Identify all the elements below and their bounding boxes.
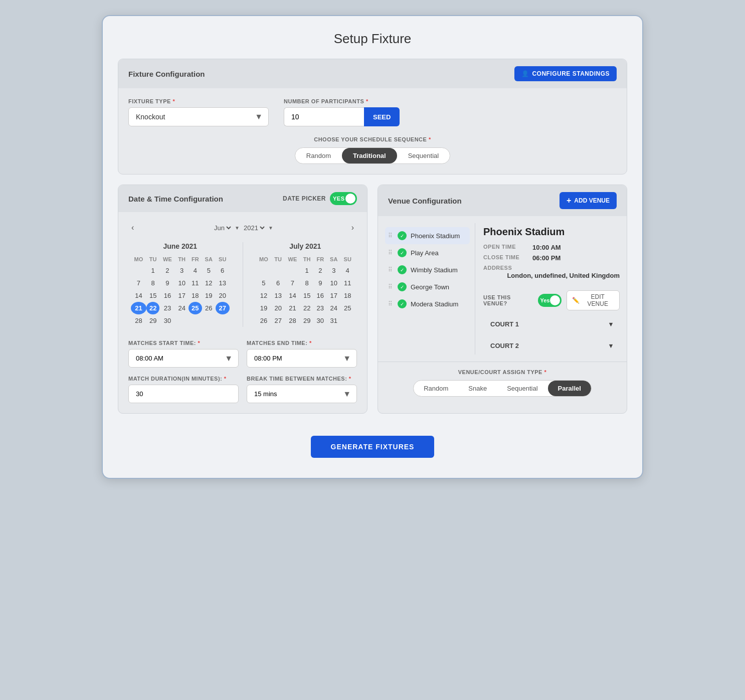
june-day-cell[interactable]: 26 <box>202 302 216 314</box>
july-day-cell[interactable]: 13 <box>271 289 285 302</box>
venue-item-phoenix[interactable]: ⠿ ✓ Phoenix Stadium <box>385 227 470 244</box>
cal-prev-button[interactable]: ‹ <box>128 222 137 233</box>
july-day-cell[interactable]: 8 <box>300 277 314 289</box>
july-day-cell[interactable] <box>271 264 285 277</box>
assign-snake-option[interactable]: Snake <box>458 381 497 396</box>
seed-button[interactable]: SEED <box>364 107 400 126</box>
duration-input[interactable] <box>128 385 239 403</box>
june-day-cell[interactable]: 10 <box>175 277 189 289</box>
july-day-cell[interactable]: 11 <box>340 277 354 289</box>
venue-item-modera[interactable]: ⠿ ✓ Modera Stadium <box>385 295 470 312</box>
july-day-cell[interactable]: 30 <box>313 314 327 327</box>
cal-year-select[interactable]: 2021 <box>242 224 266 232</box>
assign-random-option[interactable]: Random <box>414 381 458 396</box>
add-venue-button[interactable]: + ADD VENUE <box>560 192 617 209</box>
schedule-random-option[interactable]: Random <box>295 148 342 163</box>
june-day-cell[interactable]: 7 <box>131 277 146 289</box>
june-day-cell[interactable]: 2 <box>159 264 175 277</box>
june-day-cell[interactable]: 15 <box>146 289 160 302</box>
july-day-cell[interactable]: 7 <box>285 277 300 289</box>
july-day-cell[interactable]: 14 <box>285 289 300 302</box>
june-day-cell[interactable]: 23 <box>159 302 175 314</box>
end-time-select[interactable]: 08:00 PM <box>247 349 357 368</box>
june-day-cell[interactable]: 20 <box>216 289 230 302</box>
july-day-cell[interactable] <box>340 314 354 327</box>
participants-input[interactable] <box>284 107 364 126</box>
july-day-cell[interactable]: 27 <box>271 314 285 327</box>
venue-item-george[interactable]: ⠿ ✓ George Town <box>385 278 470 295</box>
june-day-cell[interactable]: 25 <box>189 302 202 314</box>
use-venue-toggle[interactable]: Yes <box>538 294 562 307</box>
july-day-cell[interactable]: 10 <box>327 277 340 289</box>
june-day-cell[interactable]: 12 <box>202 277 216 289</box>
june-day-cell[interactable] <box>216 314 230 327</box>
july-day-cell[interactable]: 3 <box>327 264 340 277</box>
july-day-cell[interactable] <box>256 264 272 277</box>
june-day-cell[interactable]: 21 <box>131 302 146 314</box>
june-day-cell[interactable]: 5 <box>202 264 216 277</box>
july-day-cell[interactable]: 5 <box>256 277 272 289</box>
july-day-cell[interactable]: 1 <box>300 264 314 277</box>
july-day-cell[interactable]: 6 <box>271 277 285 289</box>
edit-venue-button[interactable]: ✏️ EDIT VENUE <box>567 290 620 310</box>
fixture-type-select[interactable]: Knockout Round Robin League <box>128 107 269 126</box>
july-day-cell[interactable]: 4 <box>340 264 354 277</box>
june-day-cell[interactable]: 28 <box>131 314 146 327</box>
july-day-cell[interactable]: 28 <box>285 314 300 327</box>
june-day-cell[interactable]: 8 <box>146 277 160 289</box>
assign-parallel-option[interactable]: Parallel <box>548 381 591 396</box>
june-day-cell[interactable]: 3 <box>175 264 189 277</box>
june-day-cell[interactable]: 1 <box>146 264 160 277</box>
july-day-cell[interactable]: 23 <box>313 302 327 314</box>
june-day-cell[interactable] <box>131 264 146 277</box>
june-day-cell[interactable] <box>202 314 216 327</box>
june-day-cell[interactable]: 22 <box>146 302 160 314</box>
schedule-sequential-option[interactable]: Sequential <box>397 148 450 163</box>
june-day-cell[interactable]: 27 <box>216 302 230 314</box>
july-day-cell[interactable]: 12 <box>256 289 272 302</box>
june-day-cell[interactable]: 11 <box>189 277 202 289</box>
june-day-cell[interactable]: 19 <box>202 289 216 302</box>
court-2-row[interactable]: COURT 2 ▾ <box>483 337 620 355</box>
july-day-cell[interactable]: 9 <box>313 277 327 289</box>
venue-item-wimbly[interactable]: ⠿ ✓ Wimbly Stadium <box>385 261 470 278</box>
june-day-cell[interactable]: 30 <box>159 314 175 327</box>
july-day-cell[interactable]: 31 <box>327 314 340 327</box>
july-day-cell[interactable]: 18 <box>340 289 354 302</box>
start-time-select[interactable]: 08:00 AM <box>128 349 239 368</box>
june-day-cell[interactable]: 6 <box>216 264 230 277</box>
configure-standings-button[interactable]: 👤 CONFIGURE STANDINGS <box>514 66 617 81</box>
july-day-cell[interactable]: 20 <box>271 302 285 314</box>
june-day-cell[interactable]: 9 <box>159 277 175 289</box>
july-day-cell[interactable]: 19 <box>256 302 272 314</box>
break-time-select[interactable]: 15 mins 30 mins 45 mins <box>247 385 357 403</box>
june-day-cell[interactable] <box>175 314 189 327</box>
july-day-cell[interactable]: 17 <box>327 289 340 302</box>
cal-next-button[interactable]: › <box>348 222 357 233</box>
july-day-cell[interactable] <box>285 264 300 277</box>
july-day-cell[interactable]: 2 <box>313 264 327 277</box>
june-day-cell[interactable]: 4 <box>189 264 202 277</box>
july-day-cell[interactable]: 15 <box>300 289 314 302</box>
june-day-cell[interactable]: 18 <box>189 289 202 302</box>
june-day-cell[interactable]: 29 <box>146 314 160 327</box>
july-day-cell[interactable]: 16 <box>313 289 327 302</box>
generate-fixtures-button[interactable]: GENERATE FIXTURES <box>311 436 435 458</box>
july-day-cell[interactable]: 29 <box>300 314 314 327</box>
venue-item-play[interactable]: ⠿ ✓ Play Area <box>385 244 470 261</box>
cal-month-select[interactable]: JunJul <box>212 224 233 232</box>
june-day-cell[interactable]: 16 <box>159 289 175 302</box>
court-1-row[interactable]: COURT 1 ▾ <box>483 315 620 333</box>
june-day-cell[interactable]: 17 <box>175 289 189 302</box>
schedule-traditional-option[interactable]: Traditional <box>342 148 397 163</box>
july-day-cell[interactable]: 22 <box>300 302 314 314</box>
july-day-cell[interactable]: 26 <box>256 314 272 327</box>
june-day-cell[interactable]: 14 <box>131 289 146 302</box>
assign-sequential-option[interactable]: Sequential <box>497 381 547 396</box>
june-day-cell[interactable]: 13 <box>216 277 230 289</box>
june-day-cell[interactable] <box>189 314 202 327</box>
july-day-cell[interactable]: 21 <box>285 302 300 314</box>
july-day-cell[interactable]: 24 <box>327 302 340 314</box>
date-picker-switch[interactable]: YES <box>330 192 357 205</box>
june-day-cell[interactable]: 24 <box>175 302 189 314</box>
